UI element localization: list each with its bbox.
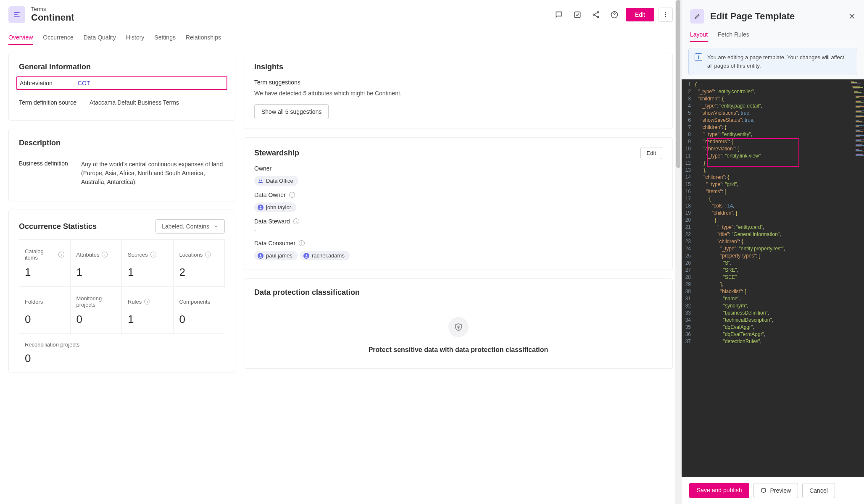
edit-button[interactable]: Edit bbox=[626, 8, 654, 21]
stewardship-card: Stewardship Edit Owner Data Office Data … bbox=[244, 137, 673, 270]
cancel-button[interactable]: Cancel bbox=[802, 483, 835, 498]
panel-tab-fetch-rules[interactable]: Fetch Rules bbox=[718, 28, 749, 42]
info-icon[interactable]: i bbox=[205, 252, 211, 257]
code-line[interactable]: 4 "_type": "entity.page.detail", bbox=[682, 102, 864, 110]
info-icon[interactable]: i bbox=[102, 252, 108, 257]
info-icon[interactable]: i bbox=[293, 218, 299, 224]
svg-point-6 bbox=[665, 14, 666, 15]
code-line[interactable]: 33 "businessDefinition", bbox=[682, 310, 864, 317]
vertical-scrollbar[interactable] bbox=[675, 0, 681, 504]
stat-folders: Folders0 bbox=[19, 287, 71, 334]
code-line[interactable]: 22 "title": "General information", bbox=[682, 231, 864, 238]
code-line[interactable]: 1{ bbox=[682, 81, 864, 88]
comments-icon[interactable] bbox=[552, 8, 566, 22]
code-line[interactable]: 12 } bbox=[682, 160, 864, 167]
info-icon[interactable]: i bbox=[299, 240, 305, 246]
code-line[interactable]: 21 "_type": "entity.card", bbox=[682, 224, 864, 231]
stat-label: Components bbox=[179, 299, 211, 305]
stat-value: 1 bbox=[25, 266, 64, 279]
stewardship-edit-button[interactable]: Edit bbox=[640, 147, 662, 159]
code-line[interactable]: 28 "SEE" bbox=[682, 274, 864, 281]
code-line[interactable]: 3 "children": { bbox=[682, 95, 864, 102]
code-line[interactable]: 34 "technicalDescription", bbox=[682, 317, 864, 324]
tab-overview[interactable]: Overview bbox=[8, 31, 33, 45]
code-line[interactable]: 2 "_type": "entity.controller", bbox=[682, 88, 864, 95]
help-icon[interactable] bbox=[607, 8, 622, 22]
code-line[interactable]: 35 "dqEvalAggr", bbox=[682, 324, 864, 331]
tab-relationships[interactable]: Relationships bbox=[186, 31, 221, 45]
tab-data-quality[interactable]: Data Quality bbox=[84, 31, 116, 45]
code-line[interactable]: 26 "S", bbox=[682, 260, 864, 267]
card-title: Insights bbox=[254, 63, 662, 71]
code-line[interactable]: 9 "renderers": { bbox=[682, 138, 864, 145]
code-line[interactable]: 29 ], bbox=[682, 281, 864, 288]
notice-text: You are editing a page template. Your ch… bbox=[707, 53, 851, 70]
insights-text: We have detected 5 attributes which migh… bbox=[254, 90, 662, 97]
insights-subtitle: Term suggestions bbox=[254, 79, 662, 86]
tab-occurrence[interactable]: Occurrence bbox=[43, 31, 73, 45]
code-line[interactable]: 17 { bbox=[682, 195, 864, 202]
code-line[interactable]: 6 "showSaveStatus": true, bbox=[682, 117, 864, 124]
code-line[interactable]: 36 "dqEvalTermAggr", bbox=[682, 331, 864, 338]
stats-filter-dropdown[interactable]: Labeled, Contains bbox=[155, 219, 225, 234]
minimap[interactable] bbox=[850, 79, 864, 477]
data-owner-chip[interactable]: john.taylor bbox=[254, 202, 296, 212]
shield-icon bbox=[448, 317, 469, 337]
data-consumer-chip[interactable]: paul.james bbox=[254, 251, 298, 260]
data-owner-label: Data Owner bbox=[254, 192, 286, 198]
more-menu-button[interactable] bbox=[659, 8, 673, 22]
code-line[interactable]: 15 "_type": "grid", bbox=[682, 181, 864, 188]
stat-value: 1 bbox=[76, 266, 116, 279]
svg-point-3 bbox=[597, 16, 598, 18]
code-line[interactable]: 25 "propertyTypes": [ bbox=[682, 252, 864, 260]
code-line[interactable]: 11 "_type": "entity.link.view" bbox=[682, 152, 864, 160]
tab-history[interactable]: History bbox=[126, 31, 145, 45]
share-icon[interactable] bbox=[589, 8, 603, 22]
code-line[interactable]: 16 "items": [ bbox=[682, 188, 864, 195]
code-line[interactable]: 10 "abbreviation": { bbox=[682, 145, 864, 152]
abbreviation-label: Abbreviation bbox=[20, 80, 53, 87]
preview-button[interactable]: Preview bbox=[753, 483, 798, 498]
svg-point-8 bbox=[259, 179, 261, 181]
info-icon[interactable]: i bbox=[289, 192, 295, 198]
panel-tab-layout[interactable]: Layout bbox=[690, 28, 708, 42]
page-header: Terms Continent Edit bbox=[0, 0, 681, 26]
abbreviation-link[interactable]: COT bbox=[78, 80, 90, 87]
stat-attributes: Attributesi1 bbox=[71, 240, 122, 287]
stat-value: 1 bbox=[128, 266, 167, 279]
code-line[interactable]: 18 "cols": 14, bbox=[682, 202, 864, 210]
code-line[interactable]: 24 "_type": "entity.property.rest", bbox=[682, 245, 864, 252]
close-icon[interactable]: ✕ bbox=[848, 11, 856, 21]
code-line[interactable]: 13 }, bbox=[682, 167, 864, 174]
data-consumer-label: Data Consumer bbox=[254, 240, 295, 247]
code-line[interactable]: 20 { bbox=[682, 217, 864, 224]
code-line[interactable]: 32 "synonym", bbox=[682, 302, 864, 310]
info-icon[interactable]: i bbox=[150, 252, 156, 257]
info-icon: i bbox=[695, 53, 702, 61]
tasks-icon[interactable] bbox=[570, 8, 585, 22]
code-editor[interactable]: 1{2 "_type": "entity.controller",3 "chil… bbox=[682, 79, 864, 477]
tab-settings[interactable]: Settings bbox=[154, 31, 176, 45]
edit-icon bbox=[690, 9, 704, 24]
data-steward-value: - bbox=[254, 227, 662, 234]
code-line[interactable]: 8 "_type": "entity.entity", bbox=[682, 131, 864, 138]
code-line[interactable]: 27 "SRE", bbox=[682, 267, 864, 274]
code-line[interactable]: 30 "blacklist": [ bbox=[682, 288, 864, 295]
owner-chip[interactable]: Data Office bbox=[254, 176, 298, 186]
code-line[interactable]: 23 "children": { bbox=[682, 238, 864, 245]
save-publish-button[interactable]: Save and publish bbox=[689, 483, 749, 498]
panel-title: Edit Page Template bbox=[710, 11, 843, 22]
code-line[interactable]: 37 "detectionRules", bbox=[682, 338, 864, 345]
code-line[interactable]: 31 "name", bbox=[682, 295, 864, 302]
code-line[interactable]: 19 "children": [ bbox=[682, 210, 864, 217]
code-line[interactable]: 14 "children": { bbox=[682, 174, 864, 181]
stat-value: 1 bbox=[128, 313, 167, 326]
info-icon[interactable]: i bbox=[144, 299, 150, 304]
stat-sources: Sourcesi1 bbox=[122, 240, 174, 287]
show-suggestions-button[interactable]: Show all 5 suggestions bbox=[254, 104, 329, 119]
code-line[interactable]: 5 "showViolations": true, bbox=[682, 110, 864, 117]
data-consumer-chip[interactable]: rachel.adams bbox=[300, 251, 350, 260]
svg-point-7 bbox=[665, 16, 666, 17]
code-line[interactable]: 7 "children": { bbox=[682, 124, 864, 131]
info-icon[interactable]: i bbox=[58, 252, 64, 257]
